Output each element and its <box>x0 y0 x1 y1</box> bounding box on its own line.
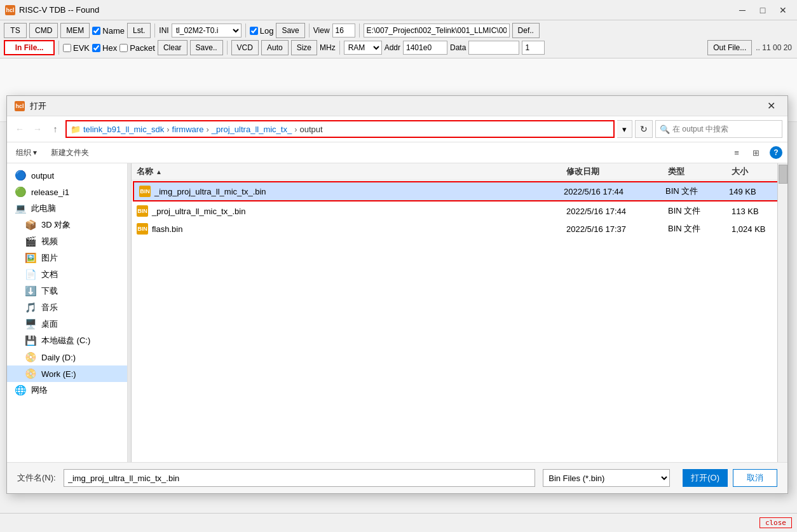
dialog-title-bar: hcl 打开 ✕ <box>7 96 787 116</box>
filename-label: 文件名(N): <box>17 472 56 484</box>
docs-icon: 📄 <box>25 269 36 280</box>
sidebar-label-3d: 3D 对象 <box>41 219 71 231</box>
separator-5 <box>58 41 59 55</box>
sidebar-label-docs: 文档 <box>41 269 58 280</box>
sidebar-item-drive-e[interactable]: 📀 Work (E:) <box>7 365 127 382</box>
evk-checkbox[interactable] <box>63 44 71 52</box>
scrollbar-thumb[interactable] <box>779 165 787 184</box>
ram-select[interactable]: RAM <box>344 41 382 55</box>
name-checkbox[interactable] <box>92 27 100 35</box>
def-button[interactable]: Def.. <box>512 23 540 38</box>
file-item-0[interactable]: BIN _img_proj_ultra_ll_mic_tx_.bin 2022/… <box>133 181 786 201</box>
sidebar-label-images: 图片 <box>41 252 58 264</box>
toolbar-area: TS CMD MEM Name Lst. INI tl_02M2-T0.i Lo… <box>0 20 797 58</box>
refresh-button[interactable]: ↻ <box>635 120 653 138</box>
breadcrumb-sep-1: › <box>206 125 208 134</box>
path-input[interactable] <box>364 24 510 38</box>
sidebar-item-drive-c[interactable]: 💾 本地磁盘 (C:) <box>7 332 127 349</box>
up-button[interactable]: ↑ <box>48 121 63 137</box>
list-view-button[interactable]: ≡ <box>728 145 746 160</box>
dialog-action-buttons: 打开(O) 取消 <box>683 469 777 487</box>
hex-checkbox[interactable] <box>92 44 100 52</box>
open-button[interactable]: 打开(O) <box>683 469 728 487</box>
separator-4 <box>359 24 360 38</box>
ts-button[interactable]: TS <box>4 23 27 38</box>
sidebar-item-drive-d[interactable]: 📀 Daily (D:) <box>7 349 127 365</box>
close-button[interactable]: ✕ <box>774 4 792 17</box>
clear-button[interactable]: Clear <box>158 40 187 55</box>
data-input[interactable] <box>468 41 519 55</box>
col-header-type[interactable]: 类型 <box>668 166 732 177</box>
packet-checkbox[interactable] <box>119 44 128 52</box>
sidebar-panel: 🔵 output 🟢 release_i1 💻 此电脑 📦 3D 对象 🎬 视频… <box>7 163 128 462</box>
sidebar-item-network[interactable]: 🌐 网络 <box>7 382 127 399</box>
grid-view-button[interactable]: ⊞ <box>747 145 765 160</box>
sidebar-label-drive-d: Daily (D:) <box>41 353 76 362</box>
breadcrumb-item-2[interactable]: _proj_ultra_ll_mic_tx_ <box>212 125 292 134</box>
lst-button[interactable]: Lst. <box>127 23 151 38</box>
file-label-0: _img_proj_ultra_ll_mic_tx_.bin <box>154 187 266 196</box>
maximize-button[interactable]: □ <box>754 4 772 17</box>
filetype-select[interactable]: Bin Files (*.bin) <box>543 469 670 487</box>
sidebar-item-docs[interactable]: 📄 文档 <box>7 266 127 283</box>
file-item-2[interactable]: BIN flash.bin 2022/5/16 17:37 BIN 文件 1,0… <box>132 220 787 238</box>
breadcrumb-dropdown-button[interactable]: ▾ <box>617 120 632 138</box>
sidebar-item-video[interactable]: 🎬 视频 <box>7 233 127 250</box>
drive-d-icon: 📀 <box>25 351 36 363</box>
help-button[interactable]: ? <box>770 146 782 159</box>
filename-input[interactable] <box>64 469 536 487</box>
col-header-date[interactable]: 修改日期 <box>566 166 668 177</box>
release-icon: 🟢 <box>15 186 26 198</box>
in-file-button[interactable]: In File... <box>4 40 55 55</box>
col-header-name[interactable]: 名称 ▲ <box>137 166 566 177</box>
vcd-button[interactable]: VCD <box>231 40 259 55</box>
right-scrollbar[interactable] <box>777 163 787 462</box>
window-controls: ─ □ ✕ <box>733 4 792 17</box>
breadcrumb-sep-0: › <box>167 125 169 134</box>
out-file-button[interactable]: Out File... <box>707 40 752 55</box>
sidebar-item-images[interactable]: 🖼️ 图片 <box>7 250 127 266</box>
status-text: close <box>760 517 792 528</box>
sidebar-item-computer[interactable]: 💻 此电脑 <box>7 200 127 217</box>
breadcrumb-item-1[interactable]: firmware <box>172 125 204 134</box>
view-input[interactable] <box>332 24 355 38</box>
search-input[interactable] <box>672 125 778 133</box>
file-item-1[interactable]: BIN _proj_ultra_ll_mic_tx_.bin 2022/5/16… <box>132 202 787 220</box>
cancel-button[interactable]: 取消 <box>733 469 777 487</box>
breadcrumb-item-0[interactable]: telink_b91_ll_mic_sdk <box>83 125 164 134</box>
mhz-label: MHz <box>320 43 336 52</box>
images-icon: 🖼️ <box>25 252 36 264</box>
app-icon: hcl <box>5 5 15 15</box>
cmd-button[interactable]: CMD <box>29 23 58 38</box>
new-folder-button[interactable]: 新建文件夹 <box>46 146 94 160</box>
addr-input[interactable] <box>403 41 447 55</box>
col-header-size[interactable]: 大小 <box>732 166 782 177</box>
sidebar-item-output[interactable]: 🔵 output <box>7 167 127 184</box>
sidebar-item-music[interactable]: 🎵 音乐 <box>7 299 127 316</box>
save-button[interactable]: Save <box>276 23 304 38</box>
file-size-1: 113 KB <box>732 207 782 216</box>
auto-button[interactable]: Auto <box>261 40 289 55</box>
sidebar-item-downloads[interactable]: ⬇️ 下载 <box>7 283 127 299</box>
data-label: Data <box>450 43 466 52</box>
left-scrollbar[interactable] <box>128 163 132 462</box>
folder-icon: 📁 <box>71 125 81 134</box>
minimize-button[interactable]: ─ <box>733 4 751 17</box>
data-num-input[interactable] <box>522 41 545 55</box>
ini-label: INI <box>159 26 168 35</box>
ini-select[interactable]: tl_02M2-T0.i <box>172 24 242 38</box>
mem-button[interactable]: MEM <box>60 23 90 38</box>
save-dots-button[interactable]: Save.. <box>190 40 223 55</box>
evk-checkbox-wrap: EVK <box>63 43 90 53</box>
sidebar-item-release[interactable]: 🟢 release_i1 <box>7 184 127 200</box>
log-checkbox[interactable] <box>250 27 258 35</box>
sidebar-item-desktop[interactable]: 🖥️ 桌面 <box>7 316 127 332</box>
file-date-0: 2022/5/16 17:44 <box>564 187 665 196</box>
back-button[interactable]: ← <box>12 121 27 137</box>
size-button[interactable]: Size <box>291 40 317 55</box>
forward-button[interactable]: → <box>30 121 45 137</box>
dialog-close-button[interactable]: ✕ <box>762 100 780 113</box>
organize-button[interactable]: 组织 ▾ <box>12 146 41 160</box>
search-icon: 🔍 <box>660 125 670 134</box>
sidebar-item-3d[interactable]: 📦 3D 对象 <box>7 217 127 233</box>
